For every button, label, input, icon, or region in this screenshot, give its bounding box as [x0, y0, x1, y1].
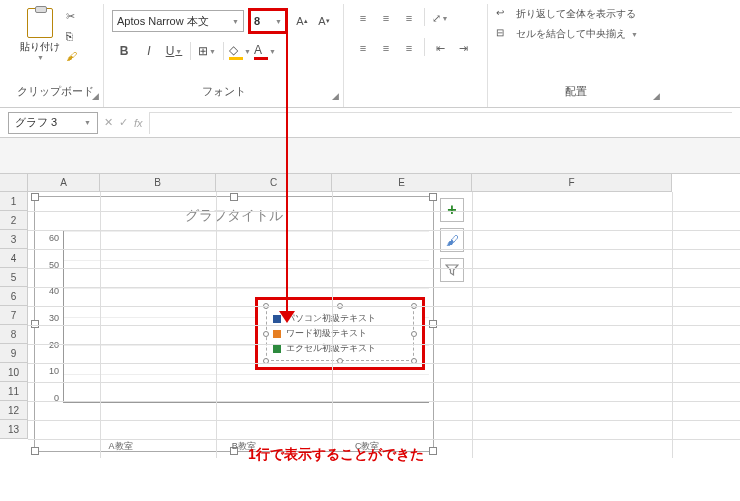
merge-icon: ⊟ [496, 27, 512, 41]
legend-swatch [273, 330, 281, 338]
resize-handle[interactable] [429, 320, 437, 328]
font-color-button[interactable]: A▼ [253, 40, 277, 62]
col-header[interactable]: E [332, 174, 472, 192]
row-header[interactable]: 5 [0, 268, 28, 287]
wrap-text-label: 折り返して全体を表示する [516, 7, 636, 21]
underline-button[interactable]: U▼ [162, 40, 186, 62]
bold-button[interactable]: B [112, 40, 136, 62]
row-header[interactable]: 13 [0, 420, 28, 439]
legend-label: ワード初級テキスト [286, 327, 367, 340]
dialog-launcher-icon[interactable]: ◢ [653, 91, 660, 101]
font-size-value: 8 [254, 15, 260, 27]
paste-label: 貼り付け [20, 40, 60, 54]
select-all-corner[interactable] [0, 174, 28, 192]
row-header[interactable]: 3 [0, 230, 28, 249]
selection-handle[interactable] [263, 331, 269, 337]
font-group-label: フォント [112, 80, 335, 103]
resize-handle[interactable] [429, 193, 437, 201]
align-bottom-button[interactable]: ≡ [398, 8, 420, 28]
chart-legend[interactable]: パソコン初級テキストワード初級テキストエクセル初級テキスト [255, 297, 425, 370]
align-right-button[interactable]: ≡ [398, 38, 420, 58]
col-header[interactable]: A [28, 174, 100, 192]
chevron-down-icon: ▼ [84, 119, 91, 126]
resize-handle[interactable] [31, 447, 39, 455]
annotation-callout: 1行で表示することができた [248, 446, 424, 464]
name-box-value: グラフ 3 [15, 115, 57, 130]
row-header[interactable]: 11 [0, 382, 28, 401]
borders-button[interactable]: ⊞▼ [195, 40, 219, 62]
dialog-launcher-icon[interactable]: ◢ [332, 91, 339, 101]
italic-button[interactable]: I [137, 40, 161, 62]
chevron-down-icon: ▼ [275, 18, 282, 25]
col-header[interactable]: C [216, 174, 332, 192]
copy-button[interactable]: ⎘ [66, 30, 84, 46]
clipboard-icon [27, 8, 53, 38]
chart-elements-button[interactable]: + [440, 198, 464, 222]
y-tick-label: 60 [49, 233, 59, 243]
clipboard-group-label: クリップボード [16, 80, 95, 103]
wrap-text-icon: ↩ [496, 7, 512, 21]
row-header[interactable]: 7 [0, 306, 28, 325]
x-tick-label: A教室 [109, 440, 133, 453]
annotation-arrow [286, 32, 288, 317]
fill-color-button[interactable]: ◇▼ [228, 40, 252, 62]
chart-filter-button[interactable] [440, 258, 464, 282]
resize-handle[interactable] [230, 193, 238, 201]
chart-object[interactable]: グラフタイトル 6050403020100 A教室B教室C教室 [34, 196, 434, 452]
chevron-down-icon: ▼ [232, 18, 239, 25]
increase-indent-button[interactable]: ⇥ [452, 38, 474, 58]
fx-button[interactable]: fx [134, 117, 143, 129]
cancel-formula-button[interactable]: ✕ [104, 116, 113, 129]
enter-formula-button[interactable]: ✓ [119, 116, 128, 129]
dialog-launcher-icon[interactable]: ◢ [92, 91, 99, 101]
row-header[interactable]: 6 [0, 287, 28, 306]
annotation-arrow-head [279, 311, 295, 323]
legend-label: パソコン初級テキスト [286, 312, 376, 325]
merge-center-label: セルを結合して中央揃え [516, 27, 626, 41]
align-center-button[interactable]: ≡ [375, 38, 397, 58]
chevron-down-icon: ▼ [37, 54, 44, 61]
align-left-button[interactable]: ≡ [352, 38, 374, 58]
cut-button[interactable]: ✂ [66, 10, 84, 26]
font-name-value: Aptos Narrow 本文 [117, 14, 209, 29]
chevron-down-icon: ▼ [631, 31, 638, 38]
align-middle-button[interactable]: ≡ [375, 8, 397, 28]
selection-handle[interactable] [411, 331, 417, 337]
grow-font-button[interactable]: A▴ [292, 11, 312, 31]
legend-swatch [273, 345, 281, 353]
merge-center-button[interactable]: ⊟ セルを結合して中央揃え ▼ [496, 24, 656, 44]
formula-input[interactable] [149, 112, 732, 134]
col-header[interactable]: F [472, 174, 672, 192]
row-header[interactable]: 1 [0, 192, 28, 211]
resize-handle[interactable] [31, 193, 39, 201]
decrease-indent-button[interactable]: ⇤ [429, 38, 451, 58]
row-header[interactable]: 9 [0, 344, 28, 363]
orientation-button[interactable]: ⤢▼ [429, 8, 451, 28]
y-tick-label: 10 [49, 366, 59, 376]
wrap-text-button[interactable]: ↩ 折り返して全体を表示する [496, 4, 656, 24]
font-size-select[interactable]: 8 ▼ [248, 8, 288, 34]
y-tick-label: 30 [49, 313, 59, 323]
format-painter-button[interactable]: 🖌 [66, 50, 84, 66]
align-top-button[interactable]: ≡ [352, 8, 374, 28]
legend-item[interactable]: ワード初級テキスト [273, 326, 407, 341]
col-header[interactable]: B [100, 174, 216, 192]
row-header[interactable]: 12 [0, 401, 28, 420]
chart-title[interactable]: グラフタイトル [35, 197, 433, 231]
shrink-font-button[interactable]: A▾ [314, 11, 334, 31]
paste-button[interactable]: 貼り付け ▼ [16, 8, 64, 61]
resize-handle[interactable] [429, 447, 437, 455]
row-header[interactable]: 4 [0, 249, 28, 268]
row-header[interactable]: 2 [0, 211, 28, 230]
font-name-select[interactable]: Aptos Narrow 本文 ▼ [112, 10, 244, 32]
row-header[interactable]: 8 [0, 325, 28, 344]
align-group-label: 配置 [496, 80, 656, 103]
name-box[interactable]: グラフ 3 ▼ [8, 112, 98, 134]
resize-handle[interactable] [31, 320, 39, 328]
row-header[interactable]: 10 [0, 363, 28, 382]
